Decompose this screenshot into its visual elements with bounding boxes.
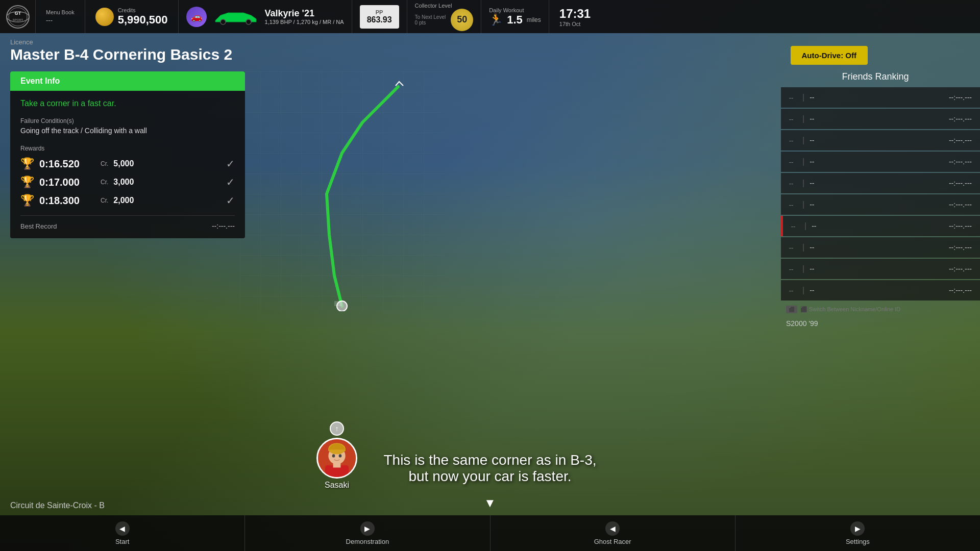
car-silhouette	[213, 7, 259, 27]
rank-num-7: --	[783, 222, 803, 230]
best-record-label: Best Record	[20, 222, 57, 230]
license-title: Master B-4 Cornering Basics 2	[10, 46, 232, 63]
car-info: Valkyrie '21 1,139 BHP / 1,270 kg / MR /…	[265, 8, 344, 25]
rank-name-1: --	[805, 93, 934, 102]
rank-time-2: --:---.---	[934, 115, 980, 123]
workout-unit: miles	[527, 16, 541, 23]
failure-label: Failure Condition(s)	[20, 117, 235, 124]
ranking-row-4: -- | -- --:---.---	[781, 152, 980, 172]
ghost-racer-label: Ghost Racer	[594, 538, 631, 545]
demonstration-icon: ▶	[360, 521, 375, 536]
event-description: Take a corner in a fast car.	[20, 99, 235, 108]
ghost-racer-action[interactable]: ◀ Ghost Racer	[491, 515, 736, 551]
subtitle-container: This is the same corner as in B-3, but n…	[383, 452, 596, 485]
reward-time-bronze: 0:18.300	[39, 195, 95, 207]
rank-name-8: --	[805, 243, 934, 252]
subtitle-line1: This is the same corner as in B-3,	[383, 452, 596, 468]
rank-name-3: --	[805, 136, 934, 144]
reward-cr-amount-gold: 5,000	[113, 159, 134, 168]
check-bronze: ✓	[226, 194, 235, 207]
car-specs: 1,139 BHP / 1,270 kg / MR / NA	[265, 19, 344, 25]
rank-num-10: --	[781, 287, 801, 294]
ranking-row-9: -- | -- --:---.---	[781, 259, 980, 279]
gt-logo-container: GT SPORT	[0, 0, 36, 33]
trophy-silver-icon: 🏆	[20, 176, 34, 189]
check-silver: ✓	[226, 176, 235, 188]
event-panel-body: Take a corner in a fast car. Failure Con…	[10, 91, 245, 238]
friends-title: Friends Ranking	[781, 71, 980, 82]
rank-time-8: --:---.---	[934, 243, 980, 252]
rank-num-5: --	[781, 180, 801, 187]
svg-point-15	[332, 454, 335, 457]
rank-time-1: --:---.---	[934, 93, 980, 102]
rank-time-7: --:---.---	[934, 222, 980, 230]
collector-row: To Next Level 0 pts 50	[415, 9, 474, 31]
settings-action[interactable]: ▶ Settings	[736, 515, 980, 551]
direction-marker: ↑	[330, 421, 344, 436]
rank-time-5: --:---.---	[934, 179, 980, 187]
ranking-row-7: -- | -- --:---.---	[781, 216, 980, 236]
rank-time-9: --:---.---	[934, 265, 980, 273]
pp-value: 863.93	[367, 15, 392, 24]
current-date: 17th Oct	[559, 21, 591, 27]
rank-name-9: --	[805, 265, 934, 273]
pp-label: PP	[367, 9, 392, 15]
friends-panel: Friends Ranking -- | -- --:---.--- -- | …	[781, 71, 980, 330]
time-section: 17:31 17th Oct	[549, 0, 601, 33]
rank-num-9: --	[781, 265, 801, 273]
credits-value: 5,990,500	[118, 13, 168, 27]
start-icon: ◀	[115, 521, 130, 536]
rank-name-6: --	[805, 201, 934, 209]
auto-drive-button[interactable]: Auto-Drive: Off	[791, 46, 868, 65]
ranking-row-1: -- | -- --:---.---	[781, 87, 980, 108]
svg-rect-9	[334, 301, 342, 306]
car-name: Valkyrie '21	[265, 8, 344, 19]
rank-name-2: --	[805, 115, 934, 123]
svg-text:GT: GT	[14, 11, 21, 16]
rank-name-4: --	[805, 158, 934, 166]
svg-point-0	[7, 6, 29, 28]
bottom-bar: ◀ Start ▶ Demonstration ◀ Ghost Racer ▶ …	[0, 515, 980, 551]
ranking-row-6: -- | -- --:---.---	[781, 194, 980, 215]
rank-time-6: --:---.---	[934, 201, 980, 209]
demonstration-action[interactable]: ▶ Demonstration	[245, 515, 490, 551]
workout-row: 🏃 1.5 miles	[489, 13, 541, 27]
menu-book-value: ---	[46, 16, 75, 24]
reward-row-gold: 🏆 0:16.520 Cr. 5,000 ✓	[20, 157, 235, 170]
license-label: Licence	[10, 38, 232, 46]
ranking-row-2: -- | -- --:---.---	[781, 109, 980, 129]
rank-num-6: --	[781, 201, 801, 209]
current-time: 17:31	[559, 7, 591, 21]
reward-cr-amount-silver: 3,000	[113, 178, 134, 187]
start-action[interactable]: ◀ Start	[0, 515, 245, 551]
pp-section: PP 863.93	[352, 0, 407, 33]
rank-time-10: --:---.---	[934, 286, 980, 294]
down-arrow: ▼	[484, 496, 496, 510]
credits-section: Credits 5,990,500	[85, 0, 179, 33]
best-record-row: Best Record --:---.---	[20, 215, 235, 230]
run-icon: 🏃	[489, 13, 503, 27]
rank-num-4: --	[781, 158, 801, 166]
workout-label: Daily Workout	[489, 7, 541, 13]
collector-level-badge: 50	[451, 9, 473, 31]
credits-label: Credits	[118, 7, 168, 13]
rank-name-5: --	[805, 179, 934, 187]
rank-num-1: --	[781, 94, 801, 102]
collector-pts: 0 pts	[415, 20, 446, 26]
menu-book-label: Menu Book	[46, 9, 75, 15]
collector-level: 50	[457, 14, 467, 25]
settings-icon: ▶	[850, 521, 865, 536]
player-marker: ↑ Sasaki	[316, 421, 357, 490]
reward-cr-label-gold: Cr.	[101, 160, 108, 167]
failure-condition: Going off the track / Colliding with a w…	[20, 127, 235, 135]
best-record-value: --:---.---	[212, 222, 235, 230]
reward-cr-amount-bronze: 2,000	[113, 196, 134, 205]
rank-num-3: --	[781, 137, 801, 144]
rank-num-8: --	[781, 244, 801, 252]
switch-nickname-label: ⬛ Switch Between Nickname/Online ID	[800, 306, 900, 313]
pp-badge: PP 863.93	[360, 5, 399, 29]
workout-distance: 1.5	[507, 13, 523, 27]
reward-cr-label-bronze: Cr.	[101, 197, 108, 204]
rank-time-3: --:---.---	[934, 136, 980, 144]
reward-time-gold: 0:16.520	[39, 158, 95, 170]
